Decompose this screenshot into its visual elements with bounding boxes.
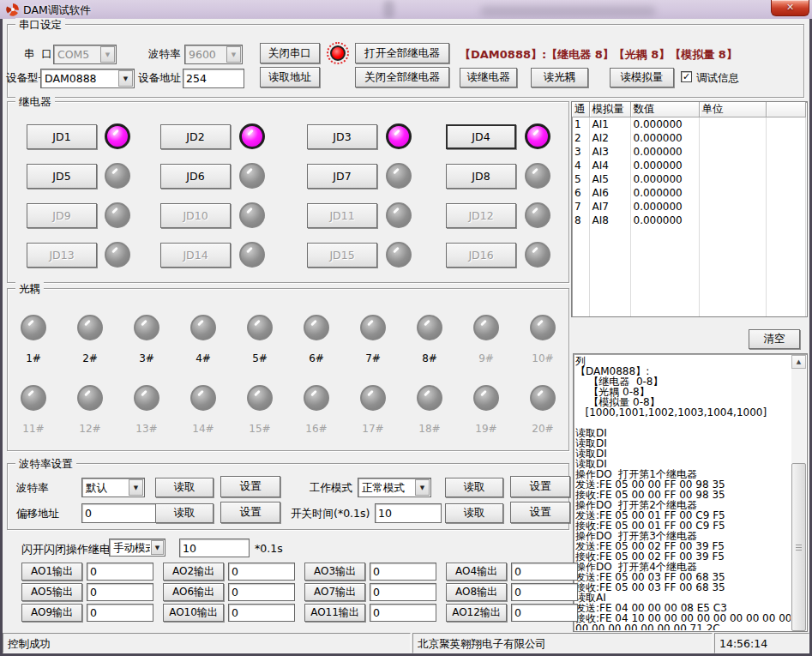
ai-cell: [699, 117, 766, 131]
ao-input-7[interactable]: [370, 583, 436, 601]
read-analog-button[interactable]: 读模拟量: [610, 68, 674, 87]
ao-button-12[interactable]: AO12输出: [446, 604, 507, 622]
table-row: 6AI60.000000: [572, 186, 805, 200]
ao-input-2[interactable]: [228, 563, 295, 581]
opto-led-8: [417, 315, 442, 340]
ao-input-4[interactable]: [511, 563, 578, 581]
ai-cell: [572, 282, 589, 296]
ai-cell: AI8: [589, 214, 630, 227]
ao-input-5[interactable]: [87, 583, 153, 601]
ao-input-8[interactable]: [511, 583, 578, 601]
close-serial-button[interactable]: 关闭串口: [260, 43, 320, 63]
log-area[interactable]: 列【DAM0888】: 【继电器 0-8】 【光耦 0-8】 【模拟量 0-8】…: [573, 353, 808, 632]
ai-cell: AI7: [589, 200, 630, 214]
ao-button-8[interactable]: AO8输出: [446, 583, 507, 601]
read-relay-button[interactable]: 读继电器: [460, 68, 517, 87]
opto-led-4: [190, 315, 216, 340]
ai-cell: [699, 282, 766, 296]
ao-input-11[interactable]: [370, 604, 436, 622]
analog-input-table[interactable]: 通模拟量数值单位 1AI10.0000002AI20.0000003AI30.0…: [571, 101, 808, 317]
log-line: 接收:FE 05 00 03 FF 00 68 35: [575, 582, 791, 593]
read-address-button[interactable]: 读取地址: [260, 67, 320, 87]
status-company: 北京聚英翱翔电子有限公司: [412, 633, 713, 653]
relay-led-jd8: [525, 163, 550, 189]
relay-button-jd4[interactable]: JD4: [446, 124, 516, 149]
ai-cell: [630, 268, 699, 282]
opto-led-1: [21, 315, 46, 340]
relay-button-jd7[interactable]: JD7: [307, 164, 377, 189]
ao-input-6[interactable]: [228, 583, 295, 601]
relay-led-jd9: [105, 202, 130, 228]
baud-label: 波特率: [148, 47, 181, 62]
ao-input-12[interactable]: [511, 604, 578, 622]
ai-cell: [589, 296, 630, 310]
scroll-up-icon[interactable]: ▲: [791, 355, 806, 369]
opto-led-5: [247, 315, 273, 340]
chevron-down-icon: ▼: [129, 479, 143, 496]
relay-button-jd6[interactable]: JD6: [160, 164, 231, 189]
ai-cell: [630, 227, 699, 241]
ai-cell: [699, 186, 766, 200]
ai-col-header: [766, 102, 805, 117]
set-workmode-button[interactable]: 设置: [510, 476, 570, 497]
open-all-relays-button[interactable]: 打开全部继电器: [355, 43, 449, 63]
ai-col-header: 模拟量: [589, 102, 630, 117]
ao-button-9[interactable]: AO9输出: [21, 604, 82, 622]
table-row: 3AI30.000000: [572, 145, 805, 159]
flash-mode-select[interactable]: 手动模式 ▼: [109, 539, 165, 557]
ai-cell: [630, 282, 699, 296]
debug-checkbox[interactable]: ✓: [681, 71, 692, 82]
address-input[interactable]: [183, 69, 244, 88]
relay-button-jd1[interactable]: JD1: [27, 124, 97, 149]
switch-time-input[interactable]: [375, 503, 442, 523]
read-workmode-button[interactable]: 读取: [445, 478, 503, 497]
opto-label-18: 18#: [409, 423, 450, 435]
flash-time-input[interactable]: [179, 539, 250, 557]
close-button[interactable]: ✕: [771, 0, 809, 16]
ao-input-10[interactable]: [228, 604, 295, 622]
read-opto-button[interactable]: 读光耦: [531, 68, 588, 87]
ai-cell: 4: [572, 159, 589, 172]
workmode-select[interactable]: 正常模式 ▼: [358, 478, 431, 497]
ao-button-7[interactable]: AO7输出: [304, 583, 365, 601]
read-switchtime-button[interactable]: 读取: [445, 503, 503, 523]
ao-button-1[interactable]: AO1输出: [21, 563, 82, 581]
ao-button-3[interactable]: AO3输出: [304, 563, 365, 581]
ai-cell: [766, 296, 805, 310]
model-select[interactable]: DAM0888 ▼: [40, 69, 135, 88]
baudrate-select[interactable]: 默认 ▼: [81, 478, 145, 497]
ao-input-3[interactable]: [370, 563, 436, 581]
group-baud-settings: 波特率设置 波特率 默认 ▼ 读取 设置 工作模式 正常模式 ▼ 读取 设置 偏…: [7, 463, 569, 530]
set-switchtime-button[interactable]: 设置: [510, 502, 570, 523]
ao-button-11[interactable]: AO11输出: [304, 604, 365, 622]
ai-cell: [766, 145, 805, 159]
opto-led-13: [134, 385, 159, 411]
ao-button-10[interactable]: AO10输出: [163, 604, 224, 622]
table-header-row: 通模拟量数值单位: [572, 102, 805, 117]
ao-input-9[interactable]: [87, 604, 153, 622]
ai-cell: [766, 241, 805, 255]
opto-led-19: [473, 385, 499, 411]
ao-button-6[interactable]: AO6输出: [163, 583, 224, 601]
relay-button-jd8[interactable]: JD8: [446, 164, 516, 189]
ai-cell: [766, 200, 805, 214]
set-baud-button[interactable]: 设置: [220, 476, 280, 497]
offset-input[interactable]: [81, 503, 162, 523]
ao-input-1[interactable]: [87, 563, 153, 581]
scrollbar-thumb[interactable]: [791, 463, 806, 631]
table-row: [572, 255, 805, 268]
read-offset-button[interactable]: 读取: [155, 503, 214, 523]
ao-button-2[interactable]: AO2输出: [163, 563, 224, 581]
set-offset-button[interactable]: 设置: [220, 502, 280, 523]
log-scrollbar[interactable]: ▲: [791, 355, 806, 630]
relay-button-jd3[interactable]: JD3: [307, 124, 377, 149]
close-all-relays-button[interactable]: 关闭全部继电器: [355, 67, 449, 87]
read-baud-button[interactable]: 读取: [155, 478, 214, 497]
ao-button-5[interactable]: AO5输出: [21, 583, 82, 601]
ai-cell: [699, 255, 766, 268]
relay-button-jd5[interactable]: JD5: [27, 164, 97, 189]
ao-button-4[interactable]: AO4输出: [446, 563, 507, 581]
clear-log-button[interactable]: 清空: [749, 329, 800, 349]
relay-button-jd2[interactable]: JD2: [160, 124, 231, 149]
ai-cell: 0.000000: [630, 145, 699, 159]
